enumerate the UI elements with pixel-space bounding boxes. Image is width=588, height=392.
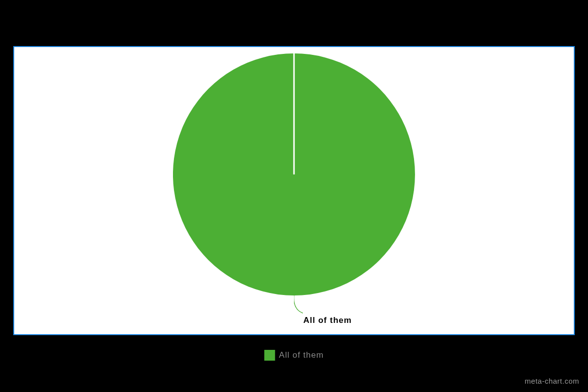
pie-slice-all (173, 53, 415, 295)
slice-label: All of them (303, 316, 352, 325)
chart-panel: All of them (13, 46, 575, 335)
legend-swatch (264, 350, 275, 361)
legend-label: All of them (279, 350, 323, 360)
label-leader-line (294, 294, 314, 314)
watermark: meta-chart.com (525, 377, 579, 385)
legend: All of them (264, 350, 323, 361)
pie-chart (173, 53, 415, 295)
